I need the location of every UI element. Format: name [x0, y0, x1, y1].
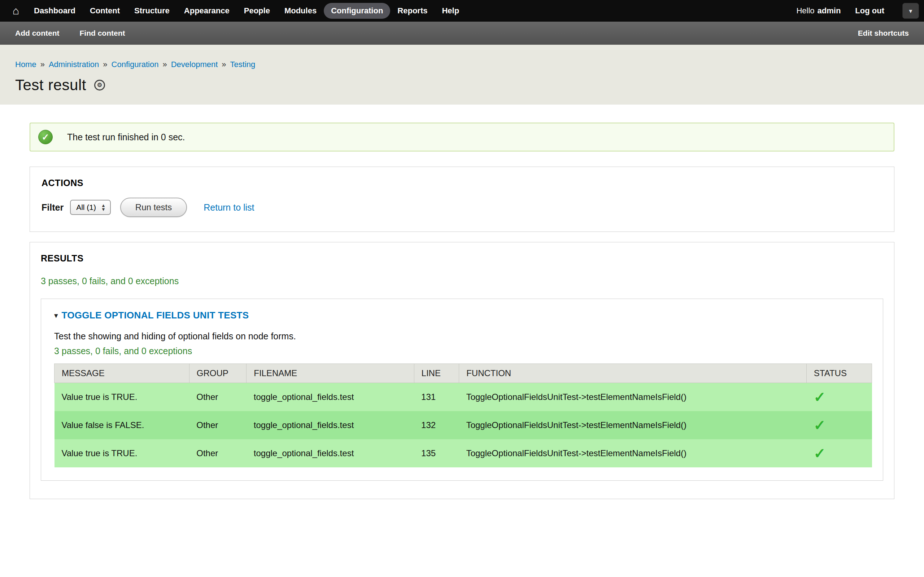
collapse-caret-icon: ▾: [54, 311, 58, 320]
cell-line: 135: [414, 439, 459, 467]
test-group-title: TOGGLE OPTIONAL FIELDS UNIT TESTS: [62, 310, 249, 321]
cell-group: Other: [189, 411, 247, 439]
column-header-message: MESSAGE: [55, 364, 189, 383]
breadcrumb-separator: »: [162, 60, 167, 69]
table-row: Value true is TRUE.Othertoggle_optional_…: [55, 383, 872, 411]
toolbar-item-dashboard[interactable]: Dashboard: [27, 3, 82, 19]
column-header-filename: FILENAME: [247, 364, 414, 383]
cell-filename: toggle_optional_fields.test: [247, 439, 414, 467]
table-row: Value true is TRUE.Othertoggle_optional_…: [55, 439, 872, 467]
cell-message: Value true is TRUE.: [55, 439, 189, 467]
toolbar-item-people[interactable]: People: [237, 3, 277, 19]
page: ⌂ DashboardContentStructureAppearancePeo…: [0, 0, 924, 577]
filter-row: Filter All (1) ▲ ▼ Run tests Return to l…: [42, 198, 882, 217]
breadcrumb-separator: »: [40, 60, 45, 69]
filter-select[interactable]: All (1) ▲ ▼: [70, 200, 111, 215]
shortcut-bar: Add contentFind content Edit shortcuts: [0, 22, 924, 45]
cell-function: ToggleOptionalFieldsUnitTest->testElemen…: [459, 439, 807, 467]
column-header-group: GROUP: [189, 364, 247, 383]
cell-function: ToggleOptionalFieldsUnitTest->testElemen…: [459, 411, 807, 439]
return-to-list-link[interactable]: Return to list: [204, 202, 254, 213]
run-tests-button[interactable]: Run tests: [120, 198, 187, 217]
breadcrumb-link-home[interactable]: Home: [15, 60, 36, 69]
results-legend: RESULTS: [41, 253, 883, 264]
cell-message: Value false is FALSE.: [55, 411, 189, 439]
test-group-title-link[interactable]: ▾ TOGGLE OPTIONAL FIELDS UNIT TESTS: [54, 310, 249, 321]
pass-check-icon: ✓: [814, 417, 826, 433]
toolbar-item-help[interactable]: Help: [435, 3, 466, 19]
toolbar-item-configuration[interactable]: Configuration: [324, 3, 390, 19]
results-table-body: Value true is TRUE.Othertoggle_optional_…: [55, 383, 872, 467]
shortcut-find-content[interactable]: Find content: [79, 29, 125, 37]
shortcut-add-content[interactable]: Add content: [15, 29, 59, 37]
status-check-icon: ✓: [38, 130, 53, 144]
toolbar-item-structure[interactable]: Structure: [127, 3, 177, 19]
pass-check-icon: ✓: [814, 445, 826, 461]
breadcrumb-link-testing[interactable]: Testing: [230, 60, 255, 69]
edit-shortcuts-link[interactable]: Edit shortcuts: [858, 29, 909, 37]
username: admin: [817, 6, 841, 15]
status-message-text: The test run finished in 0 sec.: [67, 132, 185, 142]
breadcrumb-link-development[interactable]: Development: [171, 60, 218, 69]
breadcrumb-link-administration[interactable]: Administration: [49, 60, 99, 69]
shortcuts-menu: Add contentFind content: [15, 29, 145, 37]
test-group-description: Test the showing and hiding of optional …: [54, 331, 872, 342]
admin-menu: DashboardContentStructureAppearancePeopl…: [27, 3, 466, 19]
column-header-function: FUNCTION: [459, 364, 807, 383]
column-header-status: STATUS: [806, 364, 872, 383]
cell-group: Other: [189, 439, 247, 467]
page-title: Test result: [15, 76, 86, 94]
actions-fieldset: ACTIONS Filter All (1) ▲ ▼ Run tests Ret…: [30, 167, 894, 232]
breadcrumb: Home»Administration»Configuration»Develo…: [15, 60, 909, 69]
home-icon: ⌂: [13, 5, 19, 16]
greeting-prefix: Hello: [796, 6, 814, 15]
greeting-text: Helloadmin: [796, 6, 841, 16]
breadcrumb-separator: »: [221, 60, 226, 69]
breadcrumb-link-configuration[interactable]: Configuration: [111, 60, 159, 69]
cell-line: 131: [414, 383, 459, 411]
results-fieldset: RESULTS 3 passes, 0 fails, and 0 excepti…: [30, 242, 894, 499]
toolbar-account-area: Helloadmin Log out ▼: [796, 3, 919, 19]
toolbar-item-content[interactable]: Content: [82, 3, 127, 19]
pass-check-icon: ✓: [814, 389, 826, 405]
cell-filename: toggle_optional_fields.test: [247, 383, 414, 411]
test-group-summary: 3 passes, 0 fails, and 0 exceptions: [54, 346, 872, 356]
page-title-row: Test result ⚙: [15, 76, 909, 94]
cell-status: ✓: [806, 439, 872, 467]
column-header-line: LINE: [414, 364, 459, 383]
chevron-down-icon: ▼: [908, 8, 914, 14]
filter-label: Filter: [42, 202, 63, 213]
select-down-icon: ▼: [101, 207, 106, 211]
table-row: Value false is FALSE.Othertoggle_optiona…: [55, 411, 872, 439]
filter-select-value: All (1): [76, 203, 96, 212]
page-header: Home»Administration»Configuration»Develo…: [0, 45, 924, 105]
admin-toolbar: ⌂ DashboardContentStructureAppearancePeo…: [0, 0, 924, 22]
toolbar-item-modules[interactable]: Modules: [277, 3, 324, 19]
cell-status: ✓: [806, 383, 872, 411]
actions-legend: ACTIONS: [42, 178, 882, 188]
cell-message: Value true is TRUE.: [55, 383, 189, 411]
logout-link[interactable]: Log out: [855, 6, 884, 16]
results-table: MESSAGEGROUPFILENAMELINEFUNCTIONSTATUS V…: [54, 364, 872, 467]
content: ✓ The test run finished in 0 sec. ACTION…: [0, 105, 924, 499]
select-stepper-icon: ▲ ▼: [101, 203, 106, 211]
toolbar-item-appearance[interactable]: Appearance: [177, 3, 237, 19]
results-summary: 3 passes, 0 fails, and 0 exceptions: [41, 276, 883, 286]
toolbar-toggle-button[interactable]: ▼: [902, 3, 919, 19]
cell-filename: toggle_optional_fields.test: [247, 411, 414, 439]
status-message: ✓ The test run finished in 0 sec.: [30, 122, 894, 152]
cell-status: ✓: [806, 411, 872, 439]
home-button[interactable]: ⌂: [5, 0, 27, 22]
results-table-header-row: MESSAGEGROUPFILENAMELINEFUNCTIONSTATUS: [55, 364, 872, 383]
cell-function: ToggleOptionalFieldsUnitTest->testElemen…: [459, 383, 807, 411]
contextual-links-button[interactable]: ⚙: [94, 80, 105, 90]
test-group-fieldset: ▾ TOGGLE OPTIONAL FIELDS UNIT TESTS Test…: [41, 298, 883, 481]
cell-group: Other: [189, 383, 247, 411]
toolbar-item-reports[interactable]: Reports: [390, 3, 435, 19]
cell-line: 132: [414, 411, 459, 439]
gear-icon: ⚙: [97, 82, 102, 88]
breadcrumb-separator: »: [103, 60, 107, 69]
